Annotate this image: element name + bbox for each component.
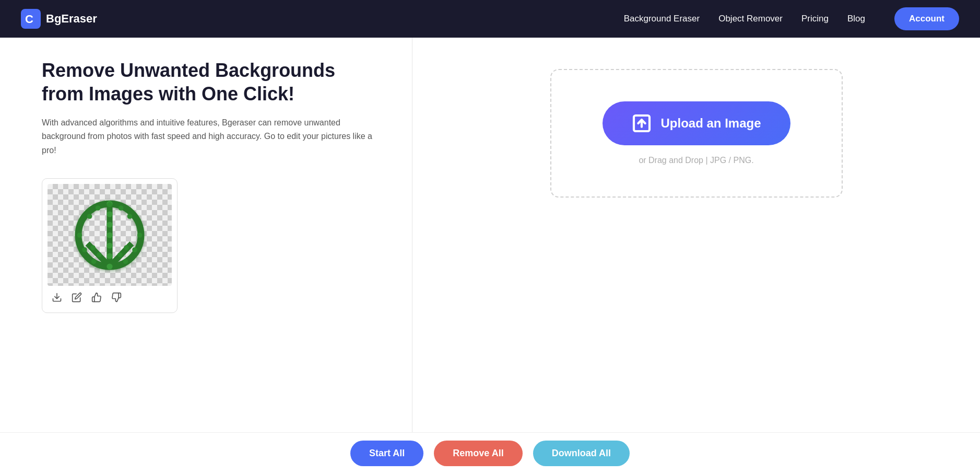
nav-blog[interactable]: Blog [847, 14, 865, 24]
peace-sign-image [68, 193, 151, 277]
nav-pricing[interactable]: Pricing [801, 14, 829, 24]
svg-point-9 [107, 232, 112, 238]
card-actions [48, 286, 172, 307]
svg-point-8 [107, 222, 112, 227]
right-panel: Upload an Image or Drag and Drop | JPG /… [412, 38, 980, 474]
svg-point-16 [137, 233, 143, 238]
left-panel: Remove Unwanted Backgrounds from Images … [0, 38, 412, 474]
svg-point-15 [127, 214, 133, 219]
svg-text:C: C [25, 13, 33, 26]
svg-point-11 [107, 253, 112, 259]
navbar: C BgEraser Background Eraser Object Remo… [0, 0, 980, 38]
svg-point-24 [97, 252, 102, 257]
download-image-button[interactable] [52, 292, 62, 305]
nav-links: Background Eraser Object Remover Pricing… [624, 7, 959, 30]
logo-area[interactable]: C BgEraser [21, 9, 624, 29]
nav-object-remover[interactable]: Object Remover [718, 14, 783, 24]
main-content: Remove Unwanted Backgrounds from Images … [0, 38, 980, 474]
thumbs-down-button[interactable] [111, 292, 122, 305]
edit-image-button[interactable] [72, 292, 82, 305]
image-card [42, 178, 178, 313]
svg-point-17 [132, 247, 137, 252]
svg-point-23 [91, 259, 97, 264]
svg-point-22 [82, 247, 87, 252]
svg-point-14 [119, 205, 124, 211]
hero-description: With advanced algorithms and intuitive f… [42, 116, 376, 157]
hero-title: Remove Unwanted Backgrounds from Images … [42, 59, 381, 106]
svg-point-20 [87, 214, 92, 219]
svg-point-26 [117, 252, 123, 257]
brand-name: BgEraser [46, 12, 97, 26]
start-all-button[interactable]: Start All [350, 441, 423, 466]
svg-point-10 [107, 242, 112, 248]
logo-icon: C [21, 9, 41, 29]
svg-point-12 [107, 263, 112, 269]
svg-point-13 [107, 202, 112, 207]
bottom-actions: Start All Remove All Download All [0, 432, 980, 474]
upload-icon [631, 113, 652, 134]
remove-all-button[interactable]: Remove All [434, 441, 522, 466]
upload-area[interactable]: Upload an Image or Drag and Drop | JPG /… [550, 69, 843, 198]
account-button[interactable]: Account [894, 7, 959, 30]
svg-point-25 [90, 245, 96, 250]
nav-background-eraser[interactable]: Background Eraser [624, 14, 700, 24]
svg-point-19 [96, 205, 101, 211]
svg-point-27 [124, 245, 129, 250]
svg-point-18 [123, 259, 128, 264]
svg-point-21 [77, 233, 82, 238]
upload-button-label: Upload an Image [660, 116, 761, 131]
image-preview [48, 184, 172, 286]
upload-image-button[interactable]: Upload an Image [603, 101, 790, 145]
thumbs-up-button[interactable] [91, 292, 102, 305]
download-all-button[interactable]: Download All [533, 441, 630, 466]
upload-hint: or Drag and Drop | JPG / PNG. [639, 156, 753, 165]
svg-point-7 [107, 211, 112, 217]
